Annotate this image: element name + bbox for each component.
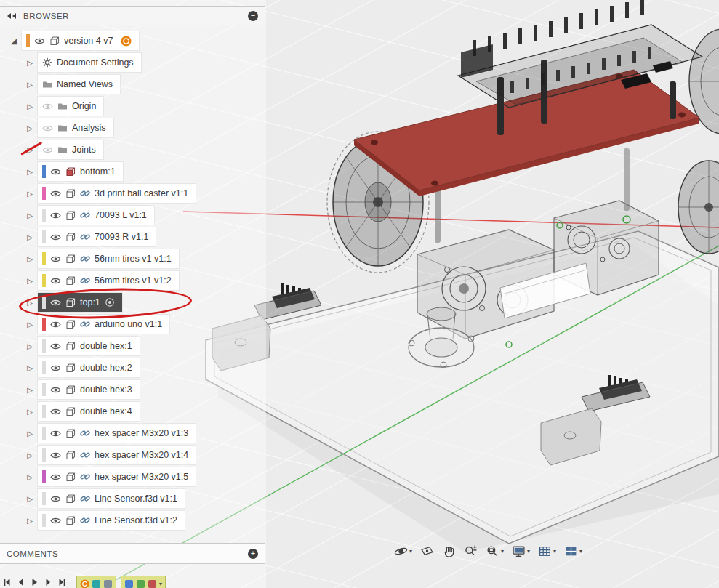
tree-row-56mm-tires-2[interactable]: ▷ 56mm tires v1 v1:2 [0, 270, 265, 291]
visibility-eye-icon[interactable] [50, 517, 61, 525]
tree-item-label[interactable]: double hex:3 [80, 384, 132, 395]
look-at-button[interactable] [419, 543, 435, 560]
tree-item-label[interactable]: version 4 v7 [64, 36, 113, 46]
tree-row-double-hex-4[interactable]: ▷ double hex:4 [0, 400, 265, 422]
tree-item-label[interactable]: hex spacer M3x20 v1:4 [95, 450, 188, 460]
visibility-eye-icon[interactable] [50, 321, 61, 329]
tree-row-analysis[interactable]: ▷ Analysis [0, 117, 265, 139]
tree-item-label[interactable]: Named Views [57, 79, 113, 89]
tree-row-double-hex-3[interactable]: ▷ double hex:3 [0, 379, 265, 400]
expand-arrow-icon[interactable]: ▷ [22, 59, 38, 67]
expand-arrow-icon[interactable]: ▷ [22, 408, 38, 416]
orbit-button[interactable]: ▾ [393, 543, 414, 560]
tree-item-label[interactable]: 3d print ball caster v1:1 [95, 188, 188, 198]
timeline-marker-icon[interactable] [103, 579, 113, 588]
tree-item-label[interactable]: Origin [72, 101, 96, 111]
collapse-arrow-icon[interactable]: ◢ [6, 36, 22, 46]
expand-arrow-icon[interactable]: ▷ [22, 342, 38, 350]
tree-item-label[interactable]: 56mm tires v1 v1:2 [95, 275, 172, 286]
visibility-eye-icon[interactable] [50, 255, 61, 263]
tree-item-label[interactable]: 70093 R v1:1 [95, 232, 148, 242]
tree-item-label[interactable]: arduino uno v1:1 [95, 319, 162, 329]
tree-item-label[interactable]: 56mm tires v1 v1:1 [95, 254, 172, 264]
tree-item-label[interactable]: double hex:2 [80, 363, 132, 373]
expand-arrow-icon[interactable]: ▷ [22, 473, 38, 481]
expand-arrow-icon[interactable]: ▷ [22, 124, 38, 132]
visibility-eye-icon[interactable] [50, 277, 61, 285]
tree-item-label[interactable]: Document Settings [57, 57, 134, 68]
expand-arrow-icon[interactable]: ▷ [22, 364, 38, 372]
timeline-marker-group[interactable]: ▾ [121, 576, 166, 588]
visibility-eye-off-icon[interactable] [42, 146, 53, 154]
expand-arrow-icon[interactable]: ▷ [22, 430, 38, 438]
tree-row-arduino-uno[interactable]: ▷ arduino uno v1:1 [0, 313, 265, 335]
expand-arrow-icon[interactable]: ▷ [22, 277, 38, 285]
visibility-eye-icon[interactable] [50, 190, 61, 198]
visibility-eye-off-icon[interactable] [42, 102, 53, 110]
expand-arrow-icon[interactable]: ▷ [22, 102, 38, 110]
grid-and-snaps-button[interactable]: ▾ [537, 543, 558, 560]
visibility-eye-icon[interactable] [50, 364, 61, 372]
tree-item-label[interactable]: double hex:1 [80, 341, 132, 351]
update-available-badge[interactable] [121, 36, 132, 47]
tree-row-double-hex-1[interactable]: ▷ double hex:1 [0, 335, 265, 357]
tree-row-70093-l[interactable]: ▷ 70093 L v1:1 [0, 204, 265, 226]
tree-row-double-hex-2[interactable]: ▷ double hex:2 [0, 357, 265, 379]
expand-arrow-icon[interactable]: ▷ [22, 299, 38, 307]
tree-row-hex-spacer-3[interactable]: ▷ hex spacer M3x20 v1:3 [0, 422, 265, 444]
add-comment-button[interactable]: + [248, 549, 258, 559]
collapse-panel-icon[interactable] [7, 12, 17, 20]
visibility-eye-icon[interactable] [50, 430, 61, 438]
tree-item-label[interactable]: hex spacer M3x20 v1:5 [95, 472, 188, 482]
step-forward-button[interactable] [44, 578, 52, 587]
timeline-marker-icon[interactable] [148, 579, 157, 588]
zoom-button[interactable] [462, 543, 479, 560]
timeline-marker-icon[interactable] [92, 579, 101, 588]
timeline-marker-group[interactable] [76, 576, 116, 588]
tree-row-joints[interactable]: ▷ Joints [0, 139, 265, 161]
visibility-eye-icon[interactable] [50, 473, 61, 481]
visibility-eye-icon[interactable] [50, 408, 61, 416]
fit-button[interactable]: ▾ [484, 543, 505, 560]
visibility-eye-icon[interactable] [50, 451, 61, 459]
tree-item-label[interactable]: hex spacer M3x20 v1:3 [95, 428, 188, 438]
go-to-start-button[interactable] [3, 578, 11, 587]
tree-row-70093-r[interactable]: ▷ 70093 R v1:1 [0, 226, 265, 248]
visibility-eye-icon[interactable] [50, 299, 61, 307]
visibility-eye-off-icon[interactable] [42, 124, 53, 132]
tree-row-origin[interactable]: ▷ Origin [0, 95, 265, 117]
go-to-end-button[interactable] [58, 578, 66, 587]
tree-row-hex-spacer-4[interactable]: ▷ hex spacer M3x20 v1:4 [0, 444, 265, 466]
visibility-eye-icon[interactable] [50, 342, 61, 350]
display-settings-button[interactable]: ▾ [510, 543, 531, 560]
comments-panel-header[interactable]: COMMENTS + [0, 543, 265, 564]
tree-row-bottom-1[interactable]: ▷ bottom:1 [0, 161, 265, 182]
tree-item-label[interactable]: top:1 [80, 297, 100, 307]
tree-item-label[interactable]: Line Sensor.f3d v1:1 [95, 494, 177, 504]
expand-arrow-icon[interactable]: ▷ [22, 321, 38, 329]
play-button[interactable] [31, 578, 39, 587]
expand-arrow-icon[interactable]: ▷ [22, 168, 38, 176]
tree-item-label[interactable]: double hex:4 [80, 406, 132, 416]
tree-item-label[interactable]: Analysis [72, 123, 106, 133]
visibility-eye-icon[interactable] [34, 37, 45, 45]
tree-row-ball-caster[interactable]: ▷ 3d print ball caster v1:1 [0, 182, 265, 204]
pan-button[interactable] [441, 543, 457, 560]
tree-row-document-settings[interactable]: ▷ Document Settings [0, 52, 265, 73]
expand-arrow-icon[interactable]: ▷ [22, 81, 38, 89]
timeline-update-marker-icon[interactable] [80, 579, 89, 588]
tree-row-56mm-tires-1[interactable]: ▷ 56mm tires v1 v1:1 [0, 248, 265, 270]
tree-item-label[interactable]: bottom:1 [80, 166, 116, 177]
activate-component-radio-icon[interactable] [105, 297, 115, 307]
expand-arrow-icon[interactable]: ▷ [22, 255, 38, 263]
tree-row-named-views[interactable]: ▷ Named Views [0, 73, 265, 95]
visibility-eye-icon[interactable] [50, 168, 61, 176]
expand-arrow-icon[interactable]: ▷ [22, 233, 38, 241]
tree-row-hex-spacer-5[interactable]: ▷ hex spacer M3x20 v1:5 [0, 466, 265, 488]
tree-row-top-1[interactable]: ▷ top:1 [0, 291, 265, 313]
tree-row-line-sensor-1[interactable]: ▷ Line Sensor.f3d v1:1 [0, 488, 265, 510]
visibility-eye-icon[interactable] [50, 212, 61, 220]
tree-row-version[interactable]: ◢ version 4 v7 [0, 30, 265, 52]
step-back-button[interactable] [17, 578, 25, 587]
minimize-panel-button[interactable]: − [248, 11, 258, 21]
